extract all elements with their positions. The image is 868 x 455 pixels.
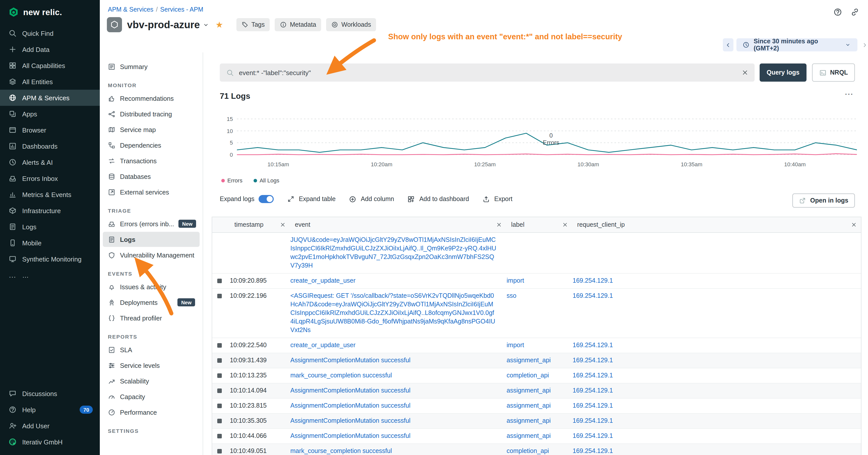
table-row[interactable]: 10:10:35.305AssignmentCompletionMutation… [212, 414, 861, 429]
export-button[interactable]: Export [482, 195, 513, 203]
sidebar-item-recommendations[interactable]: Recommendations [103, 91, 199, 106]
sidebar-item-transactions[interactable]: Transactions [103, 153, 199, 168]
remove-column-icon[interactable] [851, 222, 857, 228]
event-link[interactable]: AssignmentCompletionMutation successful [290, 357, 410, 364]
column-header-request-client-ip[interactable]: request_client_ip [572, 217, 861, 232]
event-link[interactable]: create_or_update_user [290, 342, 355, 349]
remove-column-icon[interactable] [562, 222, 568, 228]
time-range-button[interactable]: Since 30 minutes ago (GMT+2) [737, 38, 858, 52]
sidebar-item-browser[interactable]: Browser [0, 122, 100, 138]
sidebar-item-discussions[interactable]: Discussions [0, 386, 100, 401]
sidebar-item-databases[interactable]: Databases [103, 169, 199, 184]
open-in-logs-button[interactable]: Open in logs [793, 194, 855, 207]
help-icon[interactable] [832, 6, 844, 18]
sidebar-item-metrics-events[interactable]: Metrics & Events [0, 187, 100, 202]
log-search-input[interactable] [238, 68, 738, 77]
row-marker-icon[interactable] [217, 389, 222, 393]
remove-column-icon[interactable] [496, 222, 502, 228]
column-header-label[interactable]: label [506, 217, 572, 232]
sidebar-item-synthetic-monitoring[interactable]: Synthetic Monitoring [0, 251, 100, 267]
sidebar-item-capacity[interactable]: Capacity [103, 389, 199, 404]
chart-more-menu-icon[interactable]: … [844, 87, 854, 97]
sidebar-item-add-user[interactable]: Add User [0, 418, 100, 434]
label-link[interactable]: sso [506, 292, 517, 299]
nrql-button[interactable]: NRQL [812, 64, 855, 82]
event-link[interactable]: AssignmentCompletionMutation successful [290, 402, 410, 409]
sidebar-item-scalability[interactable]: Scalability [103, 373, 199, 389]
ip-link[interactable]: 169.254.129.1 [572, 448, 613, 455]
row-marker-icon[interactable] [217, 403, 222, 408]
query-logs-button[interactable]: Query logs [760, 64, 806, 82]
sidebar-item-mobile[interactable]: Mobile [0, 235, 100, 251]
event-link[interactable]: AssignmentCompletionMutation successful [290, 387, 410, 394]
table-row[interactable]: 10:10:23.815AssignmentCompletionMutation… [212, 398, 861, 414]
ip-link[interactable]: 169.254.129.1 [572, 387, 613, 394]
table-row[interactable]: 10:10:13.235mark_course_completion succe… [212, 368, 861, 384]
sidebar-item-add-data[interactable]: Add Data [0, 41, 100, 58]
label-link[interactable]: assignment_api [506, 402, 551, 409]
row-marker-icon[interactable] [217, 358, 222, 363]
row-marker-icon[interactable] [217, 373, 222, 378]
column-header-timestamp[interactable]: timestamp [229, 217, 290, 232]
row-marker-icon[interactable] [217, 294, 222, 298]
ip-link[interactable]: 169.254.129.1 [572, 357, 613, 364]
ip-link[interactable]: 169.254.129.1 [572, 277, 613, 284]
row-marker-icon[interactable] [217, 419, 222, 423]
sidebar-item-more[interactable]: …… [0, 267, 100, 283]
event-link[interactable]: <ASGIRequest: GET '/sso/callback/?state=… [290, 292, 495, 333]
sidebar-item-summary[interactable]: Summary [103, 59, 199, 74]
ip-link[interactable]: 169.254.129.1 [572, 372, 613, 379]
permalink-icon[interactable] [849, 6, 861, 18]
sidebar-item-dashboards[interactable]: Dashboards [0, 138, 100, 154]
metadata-button[interactable]: Metadata [275, 18, 321, 31]
tags-button[interactable]: Tags [236, 18, 270, 31]
ip-link[interactable]: 169.254.129.1 [572, 432, 613, 440]
label-link[interactable]: import [506, 342, 524, 349]
add-column-button[interactable]: Add column [349, 195, 394, 203]
event-link[interactable]: mark_course_completion successful [290, 448, 392, 455]
sidebar-item-sla[interactable]: SLA [103, 342, 199, 357]
sidebar-item-help[interactable]: Help70 [0, 401, 100, 418]
remove-column-icon[interactable] [280, 222, 286, 228]
sidebar-item-apm-services[interactable]: APM & Services [0, 90, 100, 106]
sidebar-item-errors-errors-inb[interactable]: Errors (errors inb...New [103, 216, 199, 231]
row-marker-icon[interactable] [217, 434, 222, 438]
ip-link[interactable]: 169.254.129.1 [572, 402, 613, 409]
sidebar-item-errors-inbox[interactable]: Errors Inbox [0, 170, 100, 187]
label-link[interactable]: assignment_api [506, 417, 551, 424]
sidebar-item-logs[interactable]: Logs [103, 232, 199, 247]
table-row[interactable]: 10:09:22.196<ASGIRequest: GET '/sso/call… [212, 289, 861, 338]
sidebar-item-dependencies[interactable]: Dependencies [103, 137, 199, 153]
table-row[interactable]: 10:10:14.094AssignmentCompletionMutation… [212, 384, 861, 398]
row-marker-icon[interactable] [217, 279, 222, 283]
breadcrumb-link[interactable]: Services - APM [160, 6, 204, 13]
clear-search-icon[interactable] [742, 69, 748, 76]
label-link[interactable]: assignment_api [506, 432, 551, 440]
sidebar-item-thread-profiler[interactable]: Thread profiler [103, 311, 199, 325]
event-link[interactable]: AssignmentCompletionMutation successful [290, 417, 410, 424]
sidebar-item-issues-activity[interactable]: Issues & activity [103, 279, 199, 294]
table-row[interactable]: 10:10:44.066AssignmentCompletionMutation… [212, 429, 861, 444]
time-forward-button[interactable] [862, 41, 868, 48]
label-link[interactable]: assignment_api [506, 387, 551, 394]
time-back-button[interactable] [723, 38, 734, 52]
sidebar-item-infrastructure[interactable]: Infrastructure [0, 202, 100, 219]
ip-link[interactable]: 169.254.129.1 [572, 342, 613, 349]
sidebar-item-service-levels[interactable]: Service levels [103, 358, 199, 373]
sidebar-item-distributed-tracing[interactable]: Distributed tracing [103, 106, 199, 122]
table-row[interactable]: 10:10:49.051mark_course_completion succe… [212, 444, 861, 455]
sidebar-item-deployments[interactable]: DeploymentsNew [103, 295, 199, 310]
table-row[interactable]: 10:09:31.439AssignmentCompletionMutation… [212, 353, 861, 368]
workloads-button[interactable]: Workloads [327, 18, 376, 31]
legend-item-all-logs[interactable]: All Logs [253, 177, 279, 184]
expand-table-button[interactable]: Expand table [287, 195, 336, 203]
sidebar-item-alerts-ai[interactable]: Alerts & AI [0, 154, 100, 170]
sidebar-item-external-services[interactable]: External services [103, 185, 199, 199]
sidebar-item-iterativ-gmbh[interactable]: Iterativ GmbH [0, 434, 100, 450]
event-link[interactable]: create_or_update_user [290, 277, 355, 284]
sidebar-item-vulnerability-management[interactable]: Vulnerability Management [103, 248, 199, 262]
label-link[interactable]: assignment_api [506, 357, 551, 364]
favorite-star-icon[interactable]: ★ [216, 21, 223, 29]
label-link[interactable]: completion_api [506, 372, 549, 379]
legend-item-errors[interactable]: Errors [221, 177, 243, 184]
